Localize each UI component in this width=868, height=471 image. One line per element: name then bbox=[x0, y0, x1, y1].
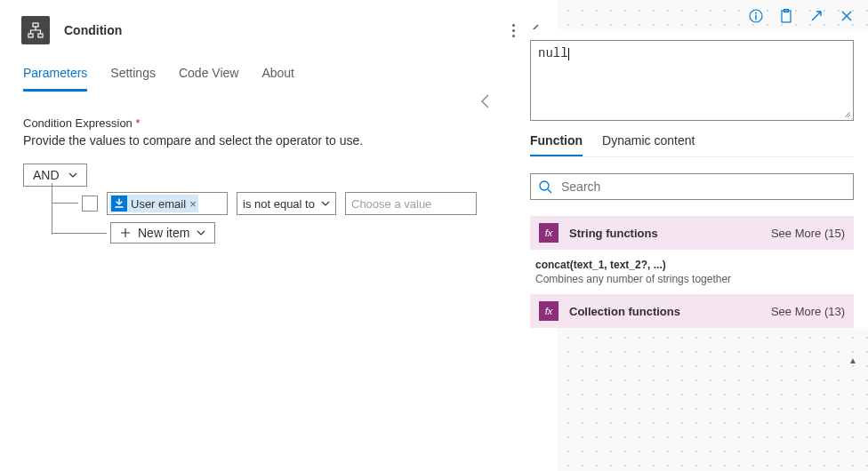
info-icon[interactable] bbox=[749, 9, 763, 23]
field-label: Condition Expression * bbox=[23, 116, 534, 130]
panel-header: Condition bbox=[0, 0, 558, 57]
svg-rect-5 bbox=[755, 15, 756, 20]
value-input[interactable]: Choose a value bbox=[345, 192, 477, 215]
category-title: Collection functions bbox=[569, 305, 680, 318]
flyout-subtabs: Function Dynamic content bbox=[530, 133, 854, 157]
new-item-row: New item bbox=[110, 222, 215, 243]
clipboard-icon[interactable] bbox=[779, 9, 793, 23]
condition-section: Condition Expression * Provide the value… bbox=[0, 92, 558, 148]
tree-line-h2 bbox=[52, 233, 107, 234]
tab-about[interactable]: About bbox=[261, 66, 294, 92]
settings-tabs: Parameters Settings Code View About bbox=[0, 57, 558, 92]
function-description: Combines any number of strings together bbox=[535, 273, 845, 285]
tree-line-vertical bbox=[52, 183, 52, 235]
category-collection-functions[interactable]: fx Collection functions See More (13) bbox=[530, 294, 854, 328]
search-icon bbox=[538, 180, 552, 194]
row-checkbox[interactable] bbox=[82, 196, 98, 212]
fx-icon: fx bbox=[539, 223, 559, 243]
svg-rect-0 bbox=[33, 23, 38, 27]
fx-icon: fx bbox=[539, 301, 559, 321]
expression-builder: AND User email × is n bbox=[0, 148, 558, 187]
expression-text: null bbox=[538, 46, 568, 60]
operator-label: is not equal to bbox=[243, 197, 315, 211]
tab-parameters[interactable]: Parameters bbox=[23, 66, 87, 92]
svg-rect-2 bbox=[38, 34, 43, 37]
panel-title: Condition bbox=[64, 23, 512, 37]
function-item-concat[interactable]: concat(text_1, text_2?, ...) Combines an… bbox=[530, 250, 854, 291]
expand-icon[interactable] bbox=[809, 9, 824, 23]
tree-line-h1 bbox=[52, 203, 78, 204]
required-asterisk: * bbox=[135, 116, 140, 130]
field-description: Provide the values to compare and select… bbox=[23, 133, 534, 148]
chevron-down-icon bbox=[197, 228, 205, 237]
category-title: String functions bbox=[569, 227, 658, 240]
remove-token-icon[interactable]: × bbox=[189, 197, 197, 211]
label-text: Condition Expression bbox=[23, 116, 133, 130]
condition-icon bbox=[21, 16, 50, 44]
scroll-up-icon[interactable]: ▲ bbox=[848, 355, 857, 365]
category-string-functions[interactable]: fx String functions See More (15) bbox=[530, 216, 854, 250]
function-search[interactable] bbox=[530, 173, 854, 200]
plus-icon bbox=[120, 228, 131, 238]
left-operand-field[interactable]: User email × bbox=[107, 192, 228, 215]
dynamic-content-icon bbox=[111, 196, 127, 212]
tab-codeview[interactable]: Code View bbox=[179, 66, 238, 92]
chevron-down-icon bbox=[321, 199, 330, 208]
text-caret bbox=[568, 46, 569, 60]
token-label: User email bbox=[131, 197, 186, 211]
see-more-link[interactable]: See More (15) bbox=[771, 227, 845, 240]
operator-dropdown[interactable]: is not equal to bbox=[237, 192, 336, 215]
close-icon[interactable] bbox=[840, 9, 854, 23]
svg-rect-1 bbox=[28, 34, 33, 37]
value-placeholder: Choose a value bbox=[351, 197, 431, 211]
resize-handle-icon[interactable] bbox=[842, 109, 851, 118]
callout-notch-fill bbox=[483, 95, 489, 108]
svg-point-8 bbox=[540, 181, 549, 190]
tab-dynamic-content[interactable]: Dynamic content bbox=[602, 133, 695, 156]
condition-panel: Condition Parameters Settings Code View … bbox=[0, 0, 558, 471]
chevron-down-icon bbox=[68, 171, 77, 180]
new-item-label: New item bbox=[138, 226, 189, 240]
svg-point-4 bbox=[755, 12, 757, 14]
more-icon[interactable] bbox=[512, 24, 515, 37]
user-email-token[interactable]: User email × bbox=[109, 195, 198, 212]
search-input[interactable] bbox=[561, 180, 846, 194]
function-signature: concat(text_1, text_2?, ...) bbox=[535, 259, 845, 271]
condition-row: User email × is not equal to Choose a va… bbox=[82, 192, 477, 215]
expression-textarea[interactable]: null bbox=[530, 40, 854, 121]
flyout-header-actions bbox=[749, 0, 868, 23]
tab-settings[interactable]: Settings bbox=[110, 66, 156, 92]
see-more-link[interactable]: See More (13) bbox=[771, 305, 845, 318]
canvas-panel: null Function Dynamic content fx String … bbox=[558, 0, 868, 471]
and-label: AND bbox=[33, 168, 60, 182]
new-item-button[interactable]: New item bbox=[110, 222, 215, 243]
and-group-button[interactable]: AND bbox=[23, 164, 87, 187]
tab-function[interactable]: Function bbox=[530, 133, 583, 156]
expression-flyout: null Function Dynamic content fx String … bbox=[516, 29, 868, 328]
